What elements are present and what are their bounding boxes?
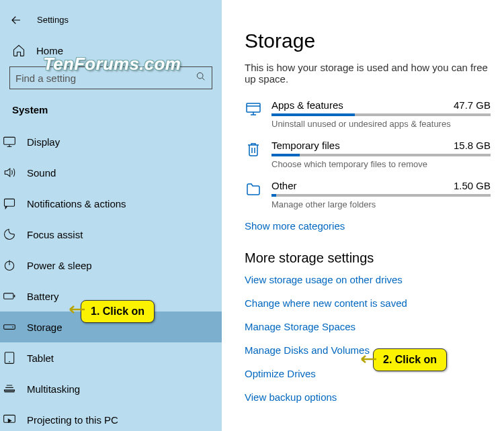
more-settings-heading: More storage settings <box>245 250 491 266</box>
storage-label: Other <box>271 180 297 191</box>
search-icon <box>196 71 206 85</box>
search-box[interactable] <box>9 66 212 89</box>
sidebar-item-label: Battery <box>27 291 59 302</box>
link-view-storage-other-drives[interactable]: View storage usage on other drives <box>245 274 491 285</box>
sidebar-item-label: Notifications & actions <box>27 198 126 209</box>
sidebar-item-label: Sound <box>27 167 56 179</box>
storage-label: Temporary files <box>271 140 340 151</box>
storage-bar <box>271 113 491 116</box>
sidebar-item-display[interactable]: Display <box>0 126 231 157</box>
main-content: Storage This is how your storage is used… <box>222 0 504 431</box>
link-view-backup-options[interactable]: View backup options <box>245 391 491 403</box>
sidebar-item-label: Projecting to this PC <box>27 414 118 426</box>
power-icon <box>3 258 16 272</box>
storage-size: 47.7 GB <box>454 99 491 111</box>
back-arrow-icon <box>10 14 22 26</box>
storage-item-other[interactable]: Other1.50 GB Manage other large folders <box>245 180 491 209</box>
sidebar-item-label: Focus assist <box>27 229 83 240</box>
svg-point-7 <box>12 326 13 328</box>
storage-item-apps[interactable]: Apps & features47.7 GB Uninstall unused … <box>245 99 491 129</box>
sidebar: Settings Home System Display <box>0 0 222 431</box>
sidebar-item-battery[interactable]: Battery <box>0 281 231 312</box>
page-description: This is how your storage is used and how… <box>245 62 491 85</box>
search-input[interactable] <box>15 73 196 84</box>
folder-icon <box>245 181 262 199</box>
sidebar-home-label: Home <box>36 45 63 56</box>
tablet-icon <box>3 351 16 365</box>
storage-label: Apps & features <box>271 99 343 111</box>
projecting-icon <box>3 413 16 426</box>
link-manage-storage-spaces[interactable]: Manage Storage Spaces <box>245 321 491 332</box>
sound-icon <box>3 166 16 179</box>
sidebar-item-multitasking[interactable]: Multitasking <box>0 373 231 404</box>
focus-icon <box>3 228 16 241</box>
multitasking-icon <box>3 382 16 395</box>
page-title: Storage <box>245 30 491 52</box>
storage-size: 15.8 GB <box>454 140 491 151</box>
home-icon <box>12 44 26 57</box>
sidebar-category: System <box>9 101 212 126</box>
storage-size: 1.50 GB <box>454 180 491 191</box>
sidebar-item-sound[interactable]: Sound <box>0 157 231 188</box>
svg-rect-2 <box>5 199 15 206</box>
storage-hint: Manage other large folders <box>271 199 491 209</box>
svg-rect-4 <box>4 293 13 299</box>
sidebar-nav: Display Sound Notifications & actions Fo… <box>0 126 231 431</box>
trash-icon <box>245 141 262 158</box>
sidebar-item-label: Storage <box>27 322 62 333</box>
show-more-categories-link[interactable]: Show more categories <box>245 220 491 232</box>
back-button[interactable] <box>4 8 28 32</box>
storage-hint: Uninstall unused or undesired apps & fea… <box>271 119 491 129</box>
svg-point-0 <box>197 73 203 79</box>
titlebar: Settings <box>0 5 222 40</box>
svg-point-9 <box>9 361 10 363</box>
notifications-icon <box>3 197 16 210</box>
svg-rect-11 <box>247 103 260 112</box>
display-icon <box>3 135 16 148</box>
sidebar-item-label: Power & sleep <box>27 260 92 271</box>
sidebar-home[interactable]: Home <box>9 40 212 64</box>
battery-icon <box>3 289 16 303</box>
sidebar-item-label: Display <box>27 136 60 148</box>
sidebar-item-projecting[interactable]: Projecting to this PC <box>0 404 231 431</box>
sidebar-item-power[interactable]: Power & sleep <box>0 250 231 281</box>
sidebar-item-label: Tablet <box>27 352 54 364</box>
sidebar-item-tablet[interactable]: Tablet <box>0 342 231 373</box>
storage-item-temp[interactable]: Temporary files15.8 GB Choose which temp… <box>245 140 491 169</box>
sidebar-item-label: Multitasking <box>27 383 80 395</box>
link-manage-disks-volumes[interactable]: Manage Disks and Volumes <box>245 344 491 356</box>
app-title: Settings <box>37 15 69 25</box>
svg-rect-1 <box>4 137 15 144</box>
svg-rect-5 <box>14 295 15 297</box>
storage-icon <box>3 320 16 334</box>
link-change-content-saved[interactable]: Change where new content is saved <box>245 297 491 309</box>
apps-icon <box>245 101 262 118</box>
sidebar-item-notifications[interactable]: Notifications & actions <box>0 188 231 219</box>
sidebar-item-storage[interactable]: Storage <box>0 312 231 342</box>
storage-bar <box>271 154 491 156</box>
link-optimize-drives[interactable]: Optimize Drives <box>245 368 491 379</box>
storage-bar <box>271 194 491 197</box>
sidebar-item-focus[interactable]: Focus assist <box>0 219 231 250</box>
storage-hint: Choose which temporary files to remove <box>271 159 491 169</box>
